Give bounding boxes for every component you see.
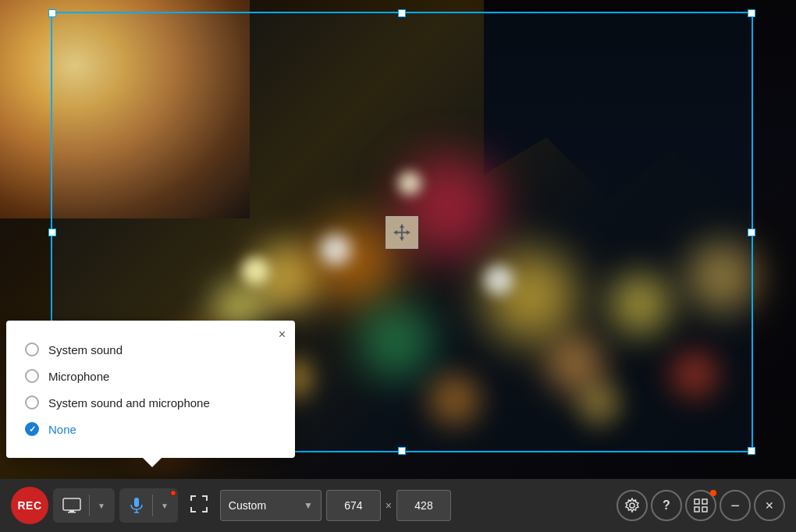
height-input[interactable] — [396, 490, 451, 521]
grid-notification-dot — [710, 490, 716, 496]
audio-option-system-sound-label: System sound — [48, 343, 123, 356]
radio-none[interactable] — [25, 422, 39, 436]
svg-rect-1 — [63, 498, 80, 510]
mic-dropdown-arrow[interactable]: ▼ — [158, 498, 172, 513]
dimension-cross: × — [386, 499, 392, 512]
audio-option-none-label: None — [48, 423, 76, 436]
settings-gear-icon — [624, 498, 640, 513]
width-input[interactable] — [326, 490, 381, 521]
minimize-button[interactable]: − — [720, 490, 751, 521]
microphone-button[interactable] — [126, 494, 147, 517]
audio-option-microphone-label: Microphone — [48, 370, 109, 383]
audio-option-microphone[interactable]: Microphone — [25, 363, 276, 389]
help-icon: ? — [663, 498, 670, 512]
rec-button[interactable]: REC — [11, 487, 48, 524]
audio-option-system-and-mic[interactable]: System sound and microphone — [25, 389, 276, 416]
svg-point-7 — [630, 503, 634, 508]
toolbar: REC ▼ ▼ — [0, 479, 796, 532]
grid-icon — [694, 498, 708, 512]
audio-popup: × System sound Microphone System sound a… — [6, 321, 295, 458]
microphone-group: ▼ — [119, 488, 178, 523]
screen-dropdown-arrow[interactable]: ▼ — [94, 498, 108, 513]
dropdown-label: Custom — [229, 499, 266, 512]
mic-divider — [152, 495, 153, 516]
audio-option-none[interactable]: None — [25, 416, 276, 442]
svg-rect-9 — [702, 499, 707, 504]
screen-capture-group: ▼ — [53, 488, 115, 523]
audio-option-system-and-mic-label: System sound and microphone — [48, 396, 210, 410]
move-arrows-icon — [392, 222, 412, 243]
toolbar-right-icons: ? − ✕ — [617, 490, 785, 521]
svg-rect-2 — [69, 510, 74, 512]
handle-top-right[interactable] — [748, 9, 755, 17]
svg-rect-10 — [695, 507, 699, 512]
mic-active-dot — [170, 490, 176, 496]
handle-top-center[interactable] — [398, 9, 406, 17]
handle-middle-left[interactable] — [48, 229, 56, 236]
screen-capture-button[interactable] — [59, 495, 84, 516]
dimensions-group: × — [326, 490, 451, 521]
radio-system-and-mic[interactable] — [25, 395, 39, 410]
svg-rect-8 — [695, 499, 699, 504]
close-button[interactable]: ✕ — [754, 490, 785, 521]
svg-rect-4 — [134, 498, 139, 507]
screen-icon — [62, 498, 81, 513]
svg-rect-3 — [68, 512, 76, 513]
settings-button[interactable] — [617, 490, 648, 521]
dropdown-chevron: ▼ — [304, 500, 313, 511]
grid-wrapper — [685, 490, 716, 521]
handle-middle-right[interactable] — [748, 229, 755, 236]
handle-top-left[interactable] — [48, 9, 56, 17]
microphone-icon — [129, 497, 144, 514]
popup-close-button[interactable]: × — [279, 328, 286, 341]
audio-option-system-sound[interactable]: System sound — [25, 336, 276, 363]
radio-system-sound[interactable] — [25, 342, 39, 356]
handle-bottom-right[interactable] — [748, 447, 755, 455]
minus-icon: − — [730, 497, 740, 515]
close-icon: ✕ — [765, 499, 774, 512]
radio-microphone[interactable] — [25, 369, 39, 383]
help-button[interactable]: ? — [651, 490, 682, 521]
screen-divider — [89, 495, 90, 516]
svg-marker-0 — [393, 224, 410, 241]
handle-bottom-center[interactable] — [398, 447, 406, 455]
move-handle[interactable] — [386, 216, 418, 249]
custom-size-dropdown[interactable]: Custom ▼ — [220, 490, 322, 521]
svg-rect-11 — [702, 507, 707, 512]
expand-button[interactable] — [183, 491, 215, 521]
expand-icon — [190, 495, 208, 512]
